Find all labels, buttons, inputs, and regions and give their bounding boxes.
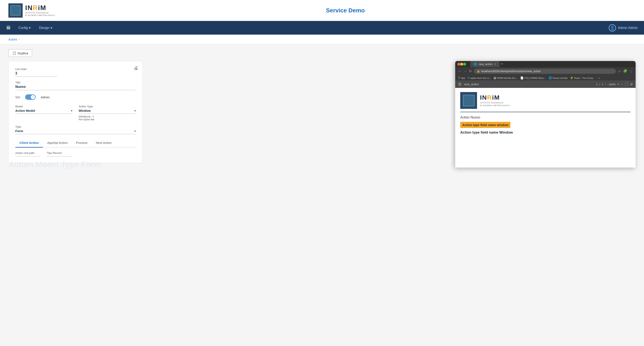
nav-design[interactable]: Design ▾ [38, 22, 53, 34]
page-current: 1 [596, 83, 598, 86]
react-icon: ⚡ [570, 76, 573, 80]
action-root-path-label: Action root path [15, 152, 40, 154]
page-nav: 1 / 1 − 100% + | ⛶ ↺ [596, 82, 633, 86]
tab-next-action[interactable]: Next Action [92, 138, 116, 148]
print-logo-ri: R [487, 94, 492, 101]
bm-inrim[interactable]: ▦INRiM Identity Acc... [494, 76, 518, 80]
browser-tab-close[interactable]: ✕ [494, 63, 496, 66]
print-icon[interactable]: 🖨 [134, 66, 138, 71]
tab-appapi-action[interactable]: App/Api Action [43, 138, 72, 148]
type-select[interactable]: Form ▾ [15, 129, 136, 134]
design-chevron-icon: ▾ [50, 26, 52, 30]
logo-box [8, 3, 23, 18]
user-name: Admin Admin [618, 26, 638, 30]
back-button[interactable]: ← [458, 70, 462, 73]
refresh-button[interactable]: ↻ [469, 69, 472, 73]
browser-tab-title: new_action [479, 62, 492, 66]
nav-config[interactable]: Config ▾ [17, 22, 32, 34]
print-action-title: Action Nuovo [460, 116, 630, 119]
app-title: Service Demo [326, 7, 365, 14]
action-root-path-value [15, 156, 40, 156]
action-root-path-field: Action root path [15, 152, 40, 156]
config-chevron-icon: ▾ [29, 26, 31, 30]
bm-google[interactable]: Gapple store bra cn... [468, 76, 491, 80]
browser-window: 🌐 new_action ✕ + ← → ↻ 🔒 localhost:8526/… [455, 61, 636, 168]
print-highlight-text: Action type field name window [460, 122, 510, 128]
hamburger-icon[interactable]: ☰ [458, 82, 462, 86]
tab-process[interactable]: Process [72, 138, 92, 148]
browser-tab[interactable]: 🌐 new_action ✕ [470, 61, 500, 67]
tipo-record-field: Tipo Record [47, 152, 72, 156]
new-tab-button[interactable]: + [501, 62, 503, 66]
browser-url-bar: ← → ↻ 🔒 localhost:8526/client/print/form… [455, 67, 636, 75]
type-value: Form [15, 129, 23, 133]
top-header: INRiM ISTITUTO NAZIONALE DI RICERCA METR… [0, 0, 644, 21]
browser-tab-favicon: 🌐 [474, 62, 477, 66]
logo-inner [10, 6, 20, 16]
title-label: Title [15, 81, 136, 84]
model-select[interactable]: Action Model ▾ [15, 109, 72, 114]
tabs-row: Client Action App/Api Action Process Nex… [15, 138, 136, 148]
tab-client-action[interactable]: Client Action [15, 138, 43, 148]
traffic-light-red[interactable] [457, 63, 460, 66]
duplicate-label: Duplica [18, 52, 28, 55]
duplicate-icon: 📋 [12, 51, 16, 55]
url-box[interactable]: 🔒 localhost:8526/client/print/form/actio… [474, 68, 616, 74]
next-page-button[interactable]: + [617, 82, 619, 86]
title-group: Title Nuovo [15, 81, 136, 90]
bm-nuova[interactable]: 🌐Nuova scheda [548, 76, 568, 80]
logo-area: INRiM ISTITUTO NAZIONALE DI RICERCA METR… [8, 3, 55, 18]
google-icon: G [468, 76, 470, 80]
content-wrapper: 🖨 List order 3 Title Nuovo Sys Admin [8, 61, 636, 197]
browser-menu-icon[interactable]: ⋮ [629, 69, 633, 73]
print-logo-brand: INRiM [480, 94, 510, 101]
nav-user: 👤 Admin Admin [609, 24, 638, 32]
sys-toggle[interactable] [25, 94, 36, 100]
print-content-area: INRiM ISTITUTO NAZIONALE DI RICERCA METR… [455, 88, 636, 168]
home-icon[interactable]: 🏛 [6, 25, 11, 30]
action-type-select[interactable]: Window ▾ [79, 109, 136, 114]
action-type-value: Window [79, 109, 90, 112]
hint-line2: Per Aprire link [79, 118, 136, 121]
action-type-chevron-icon: ▾ [134, 109, 136, 112]
action-buttons: 📋 Duplica [8, 49, 636, 57]
sub-fields: Action root path Tipo Record [15, 152, 136, 156]
model-actiontype-row: Model Action Model ▾ Action Type Window … [15, 105, 136, 121]
bm-apps[interactable]: ⠿App [458, 76, 465, 80]
user-avatar: 👤 [609, 24, 616, 32]
bm-react[interactable]: ⚡React - The Comp... [570, 76, 595, 80]
model-value: Action Model [15, 109, 35, 112]
admin-label: Admin [41, 96, 50, 99]
list-order-group: List order 3 [15, 68, 136, 77]
logo-brand: INRiM [25, 4, 55, 12]
bm-followme[interactable]: 📄FOLLOWME Manu... [520, 76, 546, 80]
model-col: Model Action Model ▾ [15, 105, 72, 121]
bm-more-icon[interactable]: » [598, 76, 600, 80]
action-type-label: Action Type [79, 105, 136, 108]
print-logo-sub: ISTITUTO NAZIONALE DI RICERCA METROLOGIC… [480, 102, 510, 107]
rotate-icon[interactable]: ↺ [630, 82, 633, 86]
traffic-light-yellow[interactable] [460, 63, 463, 66]
forward-button[interactable]: → [464, 70, 467, 73]
prev-page-button[interactable]: − [605, 82, 607, 86]
form-card: 🖨 List order 3 Title Nuovo Sys Admin [8, 61, 143, 163]
duplicate-button[interactable]: 📋 Duplica [8, 49, 32, 57]
list-order-label: List order [15, 68, 136, 71]
traffic-light-green[interactable] [463, 63, 466, 66]
nav-bar: 🏛 Config ▾ Design ▾ 👤 Admin Admin [0, 21, 644, 34]
inrim-icon: ▦ [494, 76, 496, 80]
followme-icon: 📄 [520, 76, 524, 80]
print-toolbar: ☰ new_action 1 / 1 − 100% + | ⛶ ↺ [455, 81, 636, 88]
breadcrumb-separator: - [19, 38, 20, 41]
print-logo-row: INRiM ISTITUTO NAZIONALE DI RICERCA METR… [460, 92, 630, 112]
bookmark-star-icon[interactable]: ☆ [618, 69, 621, 73]
divider: | [622, 83, 622, 86]
list-order-value: 3 [15, 72, 57, 77]
fit-page-icon[interactable]: ⛶ [625, 82, 628, 86]
type-label: Type [15, 125, 136, 128]
breadcrumb-link[interactable]: Azioni [8, 38, 17, 41]
url-text: localhost:8526/client/print/form/action/… [481, 70, 541, 73]
browser-titlebar: 🌐 new_action ✕ + [455, 61, 636, 67]
print-page-name: new_action [464, 82, 479, 86]
extensions-icon[interactable]: 🧩 [623, 69, 627, 73]
